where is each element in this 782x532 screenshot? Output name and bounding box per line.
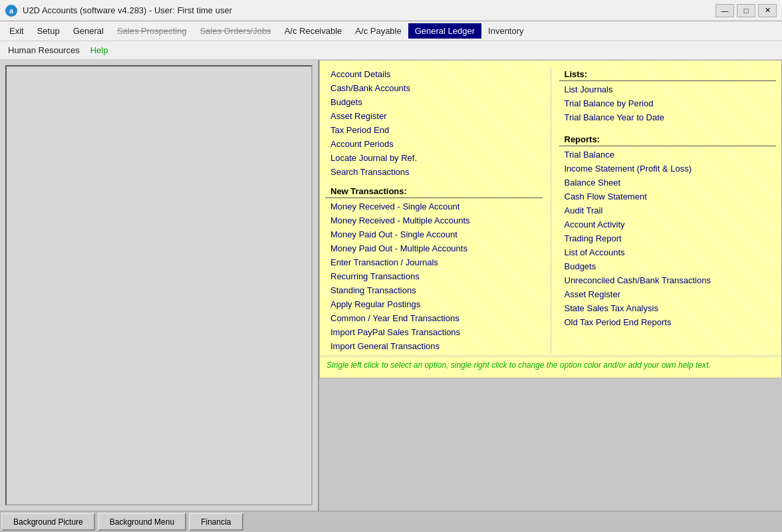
status-background-menu[interactable]: Background Menu <box>98 513 186 531</box>
status-financia[interactable]: Financia <box>189 513 243 531</box>
app-icon: a <box>5 5 17 17</box>
menu-bar: Exit Setup General Sales Prospecting Sal… <box>0 21 782 41</box>
menu-budgets[interactable]: Budgets <box>325 95 543 109</box>
menu-asset-register[interactable]: Asset Register <box>325 109 543 123</box>
title-bar-controls: — □ ✕ <box>716 4 777 17</box>
menu-trial-balance[interactable]: Trial Balance <box>559 148 777 162</box>
menu-money-received-single[interactable]: Money Received - Single Account <box>325 200 543 213</box>
menu-sales-orders[interactable]: Sales Orders/Jobs <box>194 23 278 39</box>
menu-trial-balance-period[interactable]: Trial Balance by Period <box>559 96 777 110</box>
menu-standing-transactions[interactable]: Standing Transactions <box>325 283 543 297</box>
menu-list-accounts[interactable]: List of Accounts <box>559 245 777 259</box>
menu-cash-bank-accounts[interactable]: Cash/Bank Accounts <box>325 81 543 95</box>
menu-locate-journal[interactable]: Locate Journal by Ref. <box>325 151 543 165</box>
main-area: Account Details Cash/Bank Accounts Budge… <box>0 60 782 511</box>
lists-header: Lists: <box>559 67 777 81</box>
menu-income-statement[interactable]: Income Statement (Profit & Loss) <box>559 162 777 176</box>
left-panel <box>0 60 319 511</box>
menu-inventory[interactable]: Inventory <box>481 23 530 39</box>
menu-money-received-multiple[interactable]: Money Received - Multiple Accounts <box>325 213 543 227</box>
menu-ac-receivable[interactable]: A/c Receivable <box>278 23 349 39</box>
column-divider <box>551 67 551 353</box>
menu-exit[interactable]: Exit <box>3 23 31 39</box>
menu-account-details[interactable]: Account Details <box>325 67 543 81</box>
title-bar: a U2D Accounts (software v4.283) - User:… <box>0 0 782 21</box>
menu-cash-flow[interactable]: Cash Flow Statement <box>559 190 777 203</box>
menu-account-periods[interactable]: Account Periods <box>325 137 543 151</box>
menu-import-general[interactable]: Import General Transactions <box>325 339 543 353</box>
menu-tax-period-end[interactable]: Tax Period End <box>325 123 543 137</box>
menu-common-year-end[interactable]: Common / Year End Transactions <box>325 311 543 325</box>
menu-money-paid-multiple[interactable]: Money Paid Out - Multiple Accounts <box>325 241 543 255</box>
dropdown-right-column: Lists: List Journals Trial Balance by Pe… <box>554 67 782 353</box>
menu-list-journals[interactable]: List Journals <box>559 82 777 96</box>
menu-general[interactable]: General <box>66 23 110 39</box>
menu-ac-payable[interactable]: A/c Payable <box>348 23 408 39</box>
menu-setup[interactable]: Setup <box>31 23 66 39</box>
menu-import-paypal[interactable]: Import PayPal Sales Transactions <box>325 325 543 339</box>
close-button[interactable]: ✕ <box>758 4 777 17</box>
menu-unreconciled[interactable]: Unreconciled Cash/Bank Transactions <box>559 273 777 287</box>
reports-header: Reports: <box>559 132 777 146</box>
menu-trading-report[interactable]: Trading Report <box>559 231 777 245</box>
menu-general-ledger[interactable]: General Ledger <box>408 23 481 39</box>
minimize-button[interactable]: — <box>716 4 734 17</box>
menu-apply-regular-postings[interactable]: Apply Regular Postings <box>325 297 543 311</box>
menu-balance-sheet[interactable]: Balance Sheet <box>559 176 777 190</box>
menu-asset-register-report[interactable]: Asset Register <box>559 287 777 301</box>
menu-enter-transaction[interactable]: Enter Transaction / Journals <box>325 255 543 269</box>
maximize-button[interactable]: □ <box>737 4 755 17</box>
menu-human-resources[interactable]: Human Resources <box>3 43 85 57</box>
menu-old-tax-reports[interactable]: Old Tax Period End Reports <box>559 315 777 329</box>
menu-help[interactable]: Help <box>85 43 114 57</box>
menu-money-paid-single[interactable]: Money Paid Out - Single Account <box>325 227 543 241</box>
new-transactions-header: New Transactions: <box>325 184 543 198</box>
menu-bar2: Human Resources Help <box>0 41 782 60</box>
status-background-picture[interactable]: Background Picture <box>1 513 95 531</box>
menu-budgets-report[interactable]: Budgets <box>559 259 777 273</box>
menu-sales-prospecting[interactable]: Sales Prospecting <box>110 23 194 39</box>
status-bar: Background Picture Background Menu Finan… <box>0 511 782 532</box>
menu-account-activity[interactable]: Account Activity <box>559 217 777 231</box>
menu-audit-trail[interactable]: Audit Trail <box>559 203 777 217</box>
title-bar-text: U2D Accounts (software v4.283) - User: F… <box>23 5 232 15</box>
dropdown-left-column: Account Details Cash/Bank Accounts Budge… <box>320 67 548 353</box>
menu-trial-balance-ytd[interactable]: Trial Balance Year to Date <box>559 110 777 124</box>
menu-recurring-transactions[interactable]: Recurring Transactions <box>325 269 543 283</box>
menu-state-sales-tax[interactable]: State Sales Tax Analysis <box>559 301 777 315</box>
dropdown-footer: Single left click to select an option, s… <box>320 356 781 374</box>
menu-search-transactions[interactable]: Search Transactions <box>325 165 543 179</box>
dropdown-menu: Account Details Cash/Bank Accounts Budge… <box>319 60 782 378</box>
